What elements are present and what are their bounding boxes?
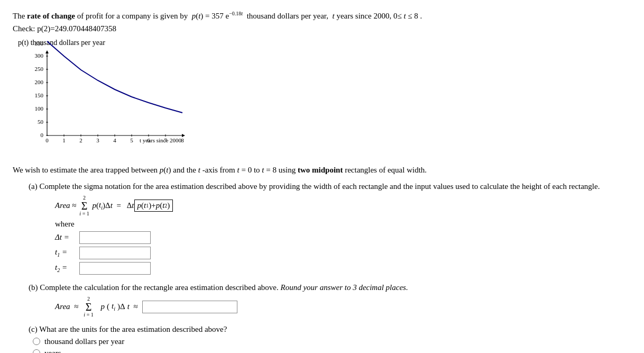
t2-label: t2 = [55, 263, 76, 273]
t2-row: t2 = [55, 262, 631, 275]
label-thousand-per-year: thousand dollars per year [44, 337, 124, 346]
sigma-formula-a: Area ≈ 2 Σ i = 1 p(ti)Δt = Δt p(t1)+p(t2… [55, 195, 631, 216]
delta-t-label: Δt = [55, 233, 76, 242]
label-years: years [44, 349, 61, 353]
part-c-label: (c) What are the units for the area esti… [29, 325, 631, 334]
part-b-label: (b) Complete the calculation for the rec… [29, 283, 631, 292]
svg-text:1: 1 [62, 137, 66, 143]
radio-option-thousand-per-year[interactable]: thousand dollars per year [33, 337, 631, 346]
sigma-char-b: Σ [86, 302, 92, 312]
svg-text:200: 200 [35, 79, 44, 85]
t1-label: t1 = [55, 248, 76, 258]
part-a-label: (a) Complete the sigma notation for the … [29, 182, 631, 191]
part-a: (a) Complete the sigma notation for the … [29, 182, 631, 275]
exponent: −0.18t [229, 11, 243, 16]
sigma-bot-b: i = 1 [84, 312, 93, 318]
delta-t-row: Δt = [55, 231, 631, 244]
bold-rate-of-change: rate of change [27, 12, 75, 20]
formula-t: t [198, 12, 200, 20]
problem-statement: We wish to estimate the area trapped bet… [13, 164, 631, 177]
svg-text:8: 8 [181, 137, 184, 143]
calculation-input[interactable] [142, 301, 237, 313]
svg-text:2: 2 [79, 137, 82, 143]
t2-input[interactable] [79, 262, 151, 275]
sigma-formula-b: Area ≈ 2 Σ i = 1 p(ti)Δt ≈ [55, 296, 631, 318]
sigma-char-a: Σ [81, 201, 88, 211]
svg-text:3: 3 [96, 137, 99, 143]
radio-years[interactable] [33, 349, 40, 353]
radio-option-years[interactable]: years [33, 349, 631, 353]
part-b: (b) Complete the calculation for the rec… [29, 283, 631, 318]
part-c: (c) What are the units for the area esti… [29, 325, 631, 353]
sum-ti: ti [99, 201, 103, 211]
graph-svg: 0 50 100 150 200 250 300 350 0 1 2 3 4 5… [18, 48, 198, 154]
svg-text:5: 5 [130, 137, 133, 143]
svg-text:0: 0 [45, 137, 49, 143]
where-block: where [55, 220, 631, 229]
area-label-b: Area [55, 302, 70, 311]
svg-text:350: 350 [35, 40, 44, 47]
svg-marker-3 [45, 50, 49, 53]
sigma-bot-a: i = 1 [79, 211, 89, 216]
equals-sign: = [117, 201, 121, 210]
area-label-a: Area [55, 201, 70, 210]
t1-row: t1 = [55, 247, 631, 259]
radio-thousand-per-year[interactable] [33, 338, 40, 345]
svg-text:t years since 2000: t years since 2000 [140, 137, 182, 143]
sum-p-b: p [101, 302, 105, 311]
svg-text:150: 150 [35, 92, 44, 98]
svg-text:4: 4 [113, 137, 116, 143]
graph-area: p(t) thousand dollars per year 0 50 100 … [18, 39, 631, 156]
graph-label: p(t) thousand dollars per year [18, 39, 631, 47]
svg-text:100: 100 [35, 105, 44, 112]
svg-text:50: 50 [38, 119, 44, 125]
where-label: where [55, 220, 75, 228]
formula-p: p [192, 12, 196, 20]
sigma-symbol-b: 2 Σ i = 1 [84, 296, 93, 318]
delta-t-input[interactable] [79, 231, 151, 244]
sigma-symbol-a: 2 Σ i = 1 [79, 195, 89, 216]
t-var: t [333, 12, 335, 20]
sum-ti-b: ti [112, 302, 115, 312]
svg-text:300: 300 [35, 52, 44, 59]
sum-p: p [93, 201, 97, 210]
svg-text:250: 250 [35, 66, 44, 72]
intro-paragraph: The rate of change of profit for a compa… [13, 10, 631, 22]
bracket-expr: p(t1)+p(t2) [134, 200, 173, 212]
svg-text:0: 0 [41, 132, 44, 138]
check-line: Check: p(2)=249.070448407358 [13, 24, 631, 33]
t1-input[interactable] [79, 247, 151, 259]
